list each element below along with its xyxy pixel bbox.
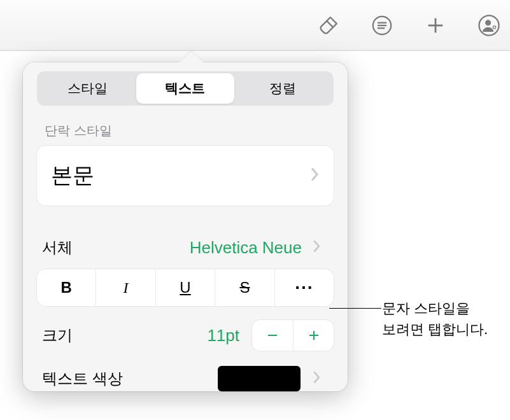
- size-stepper: [252, 320, 334, 351]
- text-color-label: 텍스트 색상: [42, 368, 218, 389]
- tab-arrange[interactable]: 정렬: [234, 73, 332, 104]
- underline-button[interactable]: U: [156, 269, 215, 306]
- callout-text: 문자 스타일을 보려면 탭합니다.: [382, 298, 488, 340]
- decrease-size-button[interactable]: [252, 320, 293, 351]
- more-text-options-button[interactable]: ···: [275, 269, 334, 306]
- collaborate-icon[interactable]: [478, 14, 500, 37]
- font-value: Helvetica Neue: [73, 238, 312, 258]
- text-style-button-group: B I U S ···: [37, 269, 334, 306]
- increase-size-button[interactable]: [293, 320, 334, 351]
- app-toolbar: [0, 0, 510, 51]
- format-tabs: 스타일 텍스트 정렬: [37, 71, 334, 106]
- size-value: 11pt: [194, 326, 252, 346]
- callout-line-2: 보려면 탭합니다.: [382, 319, 488, 340]
- font-row[interactable]: 서체 Helvetica Neue: [37, 225, 334, 267]
- font-label: 서체: [42, 237, 73, 258]
- chevron-right-icon: [312, 239, 321, 256]
- callout-line-1: 문자 스타일을: [382, 298, 488, 319]
- text-color-swatch[interactable]: [218, 366, 301, 391]
- format-brush-icon[interactable]: [317, 14, 340, 37]
- tab-style[interactable]: 스타일: [39, 73, 136, 104]
- italic-button[interactable]: I: [96, 269, 155, 306]
- add-icon[interactable]: [424, 14, 447, 37]
- bold-button[interactable]: B: [37, 269, 96, 306]
- callout-leader-line: [329, 308, 381, 309]
- paragraph-style-picker[interactable]: 본문: [37, 146, 334, 206]
- more-dots-icon: ···: [295, 277, 313, 298]
- paragraph-style-value: 본문: [51, 161, 94, 190]
- paragraph-style-section-label: 단락 스타일: [37, 120, 334, 146]
- text-color-row[interactable]: 텍스트 색상: [37, 360, 334, 391]
- chevron-right-icon: [309, 167, 320, 185]
- chevron-right-icon: [312, 370, 321, 387]
- svg-point-7: [485, 20, 491, 25]
- list-icon[interactable]: [371, 14, 393, 37]
- tab-text[interactable]: 텍스트: [136, 73, 234, 104]
- format-popover: 스타일 텍스트 정렬 단락 스타일 본문 서체 Helvetica Neue B…: [23, 62, 348, 391]
- size-label: 크기: [42, 325, 194, 346]
- strikethrough-button[interactable]: S: [215, 269, 274, 306]
- font-size-row: 크기 11pt: [37, 306, 334, 360]
